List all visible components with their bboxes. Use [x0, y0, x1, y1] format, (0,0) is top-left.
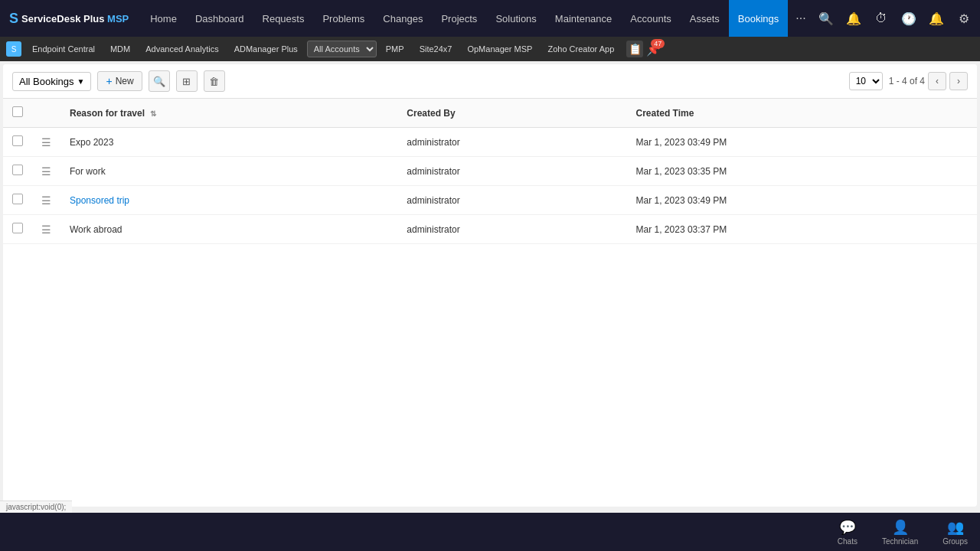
nav-accounts[interactable]: Accounts: [621, 0, 680, 37]
row-created-time-cell: Mar 1, 2023 03:49 PM: [627, 186, 977, 215]
row-menu-icon[interactable]: ☰: [41, 223, 51, 236]
sub-nav-clipboard-icon[interactable]: 📋: [626, 41, 643, 57]
row-reason-cell: Sponsored trip: [60, 186, 397, 215]
row-menu-cell: ☰: [32, 157, 60, 186]
sort-icon[interactable]: ⇅: [150, 109, 156, 118]
row-reason-cell: For work: [60, 157, 397, 186]
main-content: All Bookings ▼ + New 🔍 ⊞ 🗑 10 1 - 4 of 4…: [3, 64, 977, 507]
logo-text: ServiceDesk Plus MSP: [21, 13, 129, 24]
row-created-time-cell: Mar 1, 2023 03:49 PM: [627, 128, 977, 157]
row-reason-cell: Expo 2023: [60, 128, 397, 157]
row-created-by-cell: administrator: [397, 157, 626, 186]
row-checkbox-cell: [3, 186, 32, 215]
sub-navigation: S Endpoint Central MDM Advanced Analytic…: [0, 37, 980, 61]
pagination-controls: 10 1 - 4 of 4 ‹ ›: [849, 72, 968, 90]
accounts-dropdown[interactable]: All Accounts: [307, 41, 377, 57]
settings-icon-btn[interactable]: ⚙: [952, 6, 976, 31]
nav-bookings[interactable]: Bookings: [729, 0, 788, 37]
top-navigation: S ServiceDesk Plus MSP Home Dashboard Re…: [0, 0, 980, 37]
sub-nav-site24x7[interactable]: Site24x7: [413, 40, 459, 58]
search-button[interactable]: 🔍: [149, 70, 170, 92]
row-checkbox-cell: [3, 215, 32, 244]
row-created-by-cell: administrator: [397, 186, 626, 215]
technician-icon: 👤: [892, 519, 909, 536]
chats-icon: 💬: [839, 519, 856, 536]
sub-nav-advanced-analytics[interactable]: Advanced Analytics: [139, 40, 224, 58]
row-checkbox[interactable]: [12, 194, 23, 204]
alarm-icon-btn[interactable]: 🔔: [924, 6, 949, 31]
nav-right-icons: 🔍 🔔 ⏱ 🕐 🔔 ⚙ ❓ 👤: [814, 6, 980, 31]
sub-nav-mdm[interactable]: MDM: [104, 40, 136, 58]
nav-changes[interactable]: Changes: [374, 0, 432, 37]
select-all-checkbox[interactable]: [12, 106, 23, 117]
grid-view-button[interactable]: ⊞: [176, 70, 198, 92]
nav-more[interactable]: ···: [788, 0, 813, 37]
timer-icon-btn[interactable]: ⏱: [869, 6, 893, 31]
row-menu-cell: ☰: [32, 128, 60, 157]
sub-nav-admanager-plus[interactable]: ADManager Plus: [228, 40, 304, 58]
sub-nav-zoho-creator-app[interactable]: Zoho Creator App: [541, 40, 620, 58]
sub-nav-pmp[interactable]: PMP: [380, 40, 410, 58]
sub-nav-opmanager-msp[interactable]: OpManager MSP: [461, 40, 538, 58]
bookings-table-container: Reason for travel ⇅ Created By Created T…: [3, 99, 977, 244]
row-menu-cell: ☰: [32, 186, 60, 215]
nav-solutions[interactable]: Solutions: [486, 0, 545, 37]
bottom-bar: 💬 Chats 👤 Technician 👥 Groups: [0, 513, 980, 551]
sub-nav-notifications[interactable]: 📌 47: [646, 42, 662, 57]
row-created-time-cell: Mar 1, 2023 03:37 PM: [627, 215, 977, 244]
sub-nav-endpoint-central[interactable]: Endpoint Central: [26, 40, 101, 58]
row-checkbox[interactable]: [12, 165, 23, 175]
plus-icon: +: [106, 75, 112, 87]
nav-items: Home Dashboard Requests Problems Changes…: [141, 0, 813, 37]
page-size-select[interactable]: 10: [849, 72, 883, 90]
table-row: ☰Work abroadadministratorMar 1, 2023 03:…: [3, 215, 977, 244]
status-text: javascript:void(0);: [6, 503, 66, 511]
row-menu-icon[interactable]: ☰: [41, 136, 51, 148]
nav-requests[interactable]: Requests: [253, 0, 314, 37]
col-reason: Reason for travel ⇅: [60, 99, 397, 128]
nav-problems[interactable]: Problems: [313, 0, 374, 37]
row-checkbox[interactable]: [12, 135, 23, 146]
nav-maintenance[interactable]: Maintenance: [546, 0, 621, 37]
toolbar: All Bookings ▼ + New 🔍 ⊞ 🗑 10 1 - 4 of 4…: [3, 64, 977, 99]
row-created-time-cell: Mar 1, 2023 03:35 PM: [627, 157, 977, 186]
table-row: ☰Sponsored tripadministratorMar 1, 2023 …: [3, 186, 977, 215]
bookings-table: Reason for travel ⇅ Created By Created T…: [3, 99, 977, 244]
row-menu-icon[interactable]: ☰: [41, 194, 51, 207]
row-menu-cell: ☰: [32, 215, 60, 244]
row-menu-icon[interactable]: ☰: [41, 165, 51, 178]
col-checkbox: [3, 99, 32, 128]
groups-icon: 👥: [947, 519, 964, 536]
bottom-bar-chats[interactable]: 💬 Chats: [838, 519, 858, 546]
nav-assets[interactable]: Assets: [681, 0, 729, 37]
bottom-bar-technician[interactable]: 👤 Technician: [882, 519, 918, 546]
row-checkbox-cell: [3, 128, 32, 157]
pagination-next-button[interactable]: ›: [949, 72, 968, 90]
pagination-prev-button[interactable]: ‹: [928, 72, 946, 90]
bottom-bar-groups[interactable]: 👥 Groups: [942, 519, 968, 546]
history-icon-btn[interactable]: 🕐: [897, 6, 921, 31]
notification-badge: 47: [651, 39, 665, 48]
row-created-by-cell: administrator: [397, 128, 626, 157]
row-created-by-cell: administrator: [397, 215, 626, 244]
reason-link[interactable]: Sponsored trip: [70, 195, 129, 206]
sub-nav-logo-icon: S: [6, 41, 21, 57]
col-created-by: Created By: [397, 99, 626, 128]
delete-button[interactable]: 🗑: [204, 70, 225, 92]
logo-icon: S: [9, 11, 18, 27]
row-reason-cell: Work abroad: [60, 215, 397, 244]
dropdown-arrow-icon: ▼: [77, 77, 85, 86]
table-row: ☰Expo 2023administratorMar 1, 2023 03:49…: [3, 128, 977, 157]
col-created-time: Created Time: [627, 99, 977, 128]
nav-projects[interactable]: Projects: [432, 0, 486, 37]
table-row: ☰For workadministratorMar 1, 2023 03:35 …: [3, 157, 977, 186]
new-button[interactable]: + New: [97, 71, 142, 91]
search-icon-btn[interactable]: 🔍: [814, 6, 838, 31]
booking-filter-dropdown[interactable]: All Bookings ▼: [12, 72, 91, 91]
row-checkbox-cell: [3, 157, 32, 186]
nav-home[interactable]: Home: [141, 0, 186, 37]
logo: S ServiceDesk Plus MSP: [9, 11, 129, 27]
nav-dashboard[interactable]: Dashboard: [186, 0, 253, 37]
row-checkbox[interactable]: [12, 223, 23, 233]
notification-icon-btn[interactable]: 🔔: [841, 6, 866, 31]
